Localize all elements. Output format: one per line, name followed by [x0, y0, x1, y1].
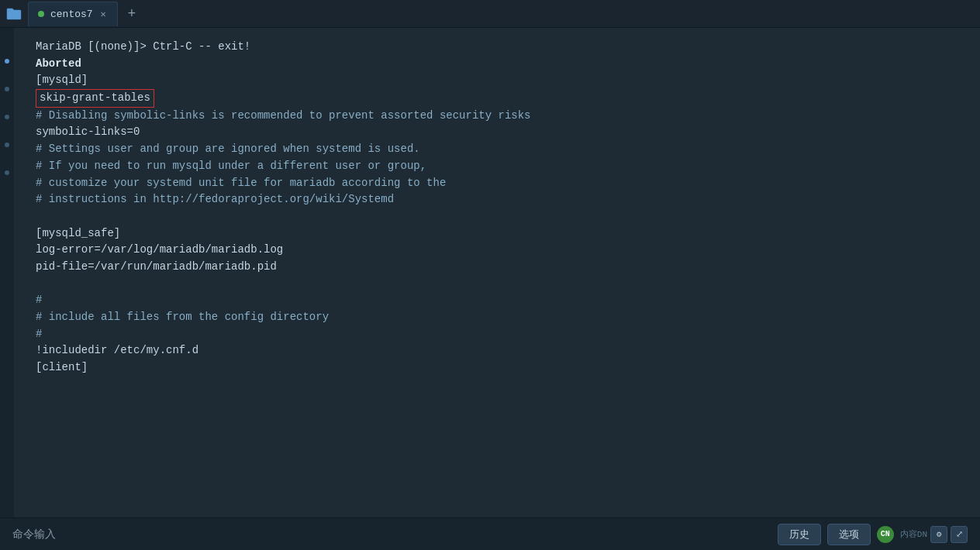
cmd-input-label: 命令输入 — [12, 528, 56, 541]
main-area: MariaDB [(none)]> Ctrl-C -- exit! Aborte… — [0, 28, 980, 517]
expand-icon[interactable]: ⤢ — [951, 526, 968, 543]
terminal-line-14: pid-file=/var/run/mariadb/mariadb.pid — [36, 259, 968, 276]
new-tab-button[interactable]: + — [122, 5, 141, 23]
history-button[interactable]: 历史 — [778, 524, 821, 545]
line-text-1: MariaDB [(none)]> Ctrl-C -- exit! — [36, 39, 968, 56]
terminal-line-7: # Settings user and group are ignored wh… — [36, 141, 968, 158]
line-text-5: # Disabling symbolic-links is recommende… — [36, 108, 968, 125]
terminal-line-2: Aborted — [36, 56, 968, 73]
line-text-18: # — [36, 326, 968, 343]
tab-status-dot — [38, 11, 44, 17]
settings-icon[interactable]: ⚙ — [930, 526, 947, 543]
terminal-line-12: [mysqld_safe] — [36, 225, 968, 242]
line-text-4: skip-grant-tables — [36, 89, 968, 108]
terminal-line-19: !includedir /etc/my.cnf.d — [36, 342, 968, 359]
bottom-buttons: 历史 选项 CN 内容DN ⚙ ⤢ — [778, 524, 968, 545]
terminal-line-17: # include all files from the config dire… — [36, 309, 968, 326]
sidebar-indicator-2 — [5, 87, 9, 91]
line-text-19: !includedir /etc/my.cnf.d — [36, 342, 968, 359]
icon-group: CN 内容DN ⚙ ⤢ — [877, 526, 968, 543]
line-text-13: log-error=/var/log/mariadb/mariadb.log — [36, 242, 968, 259]
line-text-10: # instructions in http://fedoraproject.o… — [36, 191, 968, 208]
line-text-14: pid-file=/var/run/mariadb/mariadb.pid — [36, 259, 968, 276]
sidebar-indicator-4 — [5, 143, 9, 147]
folder-icon — [6, 7, 22, 21]
line-text-20: [client] — [36, 359, 968, 376]
terminal-lines: MariaDB [(none)]> Ctrl-C -- exit! Aborte… — [36, 39, 968, 376]
terminal-line-5: # Disabling symbolic-links is recommende… — [36, 108, 968, 125]
bottom-bar: 命令输入 历史 选项 CN 内容DN ⚙ ⤢ — [0, 517, 980, 550]
terminal-line-18: # — [36, 326, 968, 343]
terminal-line-9: # customize your systemd unit file for m… — [36, 175, 968, 192]
terminal-line-20: [client] — [36, 359, 968, 376]
sidebar-indicator-1 — [5, 59, 9, 64]
terminal-line-1: MariaDB [(none)]> Ctrl-C -- exit! — [36, 39, 968, 56]
line-empty-1 — [36, 208, 968, 225]
line-text-16: # — [36, 292, 968, 309]
terminal-line-10: # instructions in http://fedoraproject.o… — [36, 191, 968, 208]
options-button[interactable]: 选项 — [827, 524, 871, 545]
line-text-12: [mysqld_safe] — [36, 225, 968, 242]
terminal-line-3: [mysqld] — [36, 72, 968, 89]
line-text-3: [mysqld] — [36, 72, 968, 89]
line-text-8: # If you need to run mysqld under a diff… — [36, 158, 968, 175]
tab-close-icon[interactable]: ✕ — [99, 7, 108, 22]
line-empty-2 — [36, 276, 968, 293]
sidebar-indicator-5 — [5, 170, 9, 175]
sidebar-indicator-3 — [5, 115, 9, 119]
terminal-line-6: symbolic-links=0 — [36, 124, 968, 141]
tab-bar: centos7 ✕ + — [0, 0, 980, 28]
line-text-17: # include all files from the config dire… — [36, 309, 968, 326]
highlight-skip-grant: skip-grant-tables — [36, 89, 154, 108]
tab-label: centos7 — [50, 9, 93, 20]
user-avatar-icon: CN — [877, 526, 894, 543]
terminal-line-empty-1 — [36, 208, 968, 225]
line-text-9: # customize your systemd unit file for m… — [36, 175, 968, 192]
terminal-line-8: # If you need to run mysqld under a diff… — [36, 158, 968, 175]
terminal-line-4: skip-grant-tables — [36, 89, 968, 108]
line-text-2: Aborted — [36, 56, 968, 73]
terminal-content: MariaDB [(none)]> Ctrl-C -- exit! Aborte… — [14, 28, 980, 517]
tab-centos7[interactable]: centos7 ✕ — [28, 2, 118, 26]
left-sidebar — [0, 28, 14, 517]
line-text-7: # Settings user and group are ignored wh… — [36, 141, 968, 158]
terminal-line-16: # — [36, 292, 968, 309]
watermark-text: 内容DN — [900, 528, 927, 540]
terminal-line-empty-2 — [36, 276, 968, 293]
terminal-line-13: log-error=/var/log/mariadb/mariadb.log — [36, 242, 968, 259]
line-text-6: symbolic-links=0 — [36, 124, 968, 141]
